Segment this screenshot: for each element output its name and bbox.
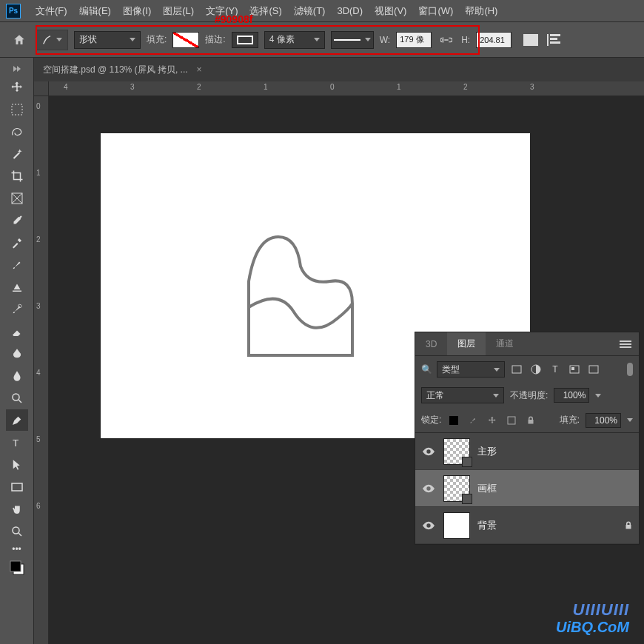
chevron-down-icon[interactable] — [627, 418, 633, 422]
svg-text:T: T — [13, 437, 19, 448]
stroke-style-select[interactable] — [331, 31, 374, 49]
layer-thumbnail[interactable] — [443, 512, 470, 539]
vertical-ruler[interactable]: 0 1 2 3 4 5 6 — [34, 96, 49, 644]
zoom-tool[interactable] — [6, 520, 28, 542]
frame-tool[interactable] — [6, 187, 28, 209]
filter-pixel-icon[interactable] — [509, 363, 524, 376]
lock-label: 锁定: — [421, 414, 441, 426]
path-selection-tool[interactable] — [6, 454, 28, 475]
stroke-swatch[interactable] — [232, 32, 258, 48]
tab-channels[interactable]: 通道 — [486, 332, 524, 355]
layer-name[interactable]: 背景 — [477, 519, 497, 532]
tab-layers[interactable]: 图层 — [447, 332, 486, 355]
rectangle-tool[interactable] — [6, 476, 28, 497]
filter-smart-icon[interactable] — [586, 363, 601, 376]
document-tab[interactable]: 空间搭建.psd @ 113% (屏风 拷贝, ... × — [43, 64, 202, 76]
foreground-background-swatch[interactable] — [6, 557, 28, 578]
dodge-tool[interactable] — [6, 387, 28, 409]
hand-tool[interactable] — [6, 498, 28, 520]
menu-select[interactable]: 选择(S) — [244, 4, 287, 18]
filter-toggle[interactable] — [627, 363, 633, 376]
menu-image[interactable]: 图像(I) — [117, 4, 157, 18]
blur-tool[interactable] — [6, 365, 28, 386]
opacity-input[interactable]: 100% — [554, 388, 589, 403]
home-icon[interactable] — [9, 30, 30, 50]
fill-label: 填充: — [147, 33, 167, 46]
brush-tool[interactable] — [6, 254, 28, 275]
move-tool[interactable] — [6, 76, 28, 98]
tools-panel: T ••• — [0, 58, 34, 644]
lock-all-icon[interactable] — [524, 414, 537, 427]
lock-pixels-icon[interactable] — [466, 414, 480, 427]
chevron-down-icon[interactable] — [595, 394, 601, 398]
svg-rect-12 — [10, 561, 21, 571]
pen-tool[interactable] — [6, 409, 28, 431]
lock-artboard-icon[interactable] — [505, 414, 518, 427]
fill-opacity-input[interactable]: 100% — [586, 413, 621, 428]
stroke-width-input[interactable]: 4 像素 — [264, 31, 325, 49]
layer-name[interactable]: 主形 — [477, 445, 497, 458]
type-tool[interactable]: T — [6, 432, 28, 453]
horizontal-ruler[interactable]: 4 3 2 1 0 1 2 3 — [49, 81, 644, 96]
layer-row[interactable]: 画框 — [415, 470, 639, 507]
gradient-tool[interactable] — [6, 343, 28, 364]
layer-row[interactable]: 背景 — [415, 507, 639, 544]
layer-filter-select[interactable]: 类型 — [437, 361, 505, 378]
blend-mode-select[interactable]: 正常 — [421, 387, 504, 403]
history-brush-tool[interactable] — [6, 298, 28, 320]
height-label: H: — [461, 35, 470, 45]
clone-stamp-tool[interactable] — [6, 276, 28, 298]
menu-3d[interactable]: 3D(D) — [331, 5, 369, 16]
crop-tool[interactable] — [6, 165, 28, 187]
menu-file[interactable]: 文件(F) — [30, 4, 73, 18]
healing-brush-tool[interactable] — [6, 232, 28, 253]
layer-row[interactable]: 主形 — [415, 433, 639, 470]
visibility-icon[interactable] — [421, 447, 436, 456]
layer-thumbnail[interactable] — [443, 475, 470, 502]
menu-window[interactable]: 窗口(W) — [412, 4, 459, 18]
close-icon[interactable]: × — [197, 64, 202, 75]
lock-position-icon[interactable] — [486, 414, 499, 427]
edit-toolbar-icon[interactable]: ••• — [6, 543, 28, 556]
filter-shape-icon[interactable] — [567, 363, 582, 376]
fill-swatch[interactable] — [172, 32, 199, 48]
chevron-down-icon — [56, 38, 62, 41]
magic-wand-tool[interactable] — [6, 143, 28, 164]
width-input[interactable] — [396, 32, 432, 48]
document-tab-title: 空间搭建.psd @ 113% (屏风 拷贝, ... — [43, 64, 188, 76]
chevron-down-icon — [493, 394, 499, 398]
lock-transparency-icon[interactable] — [447, 414, 460, 427]
lasso-tool[interactable] — [6, 121, 28, 142]
collapse-icon[interactable] — [7, 62, 27, 76]
path-op-icon[interactable] — [523, 34, 538, 46]
eraser-tool[interactable] — [6, 321, 28, 342]
visibility-icon[interactable] — [421, 521, 436, 530]
align-icon[interactable] — [547, 34, 562, 46]
eyedropper-tool[interactable] — [6, 209, 28, 231]
fill-opacity-label: 填充: — [560, 414, 580, 426]
chevron-down-icon — [314, 38, 320, 41]
menu-edit[interactable]: 编辑(E) — [73, 4, 117, 18]
link-dimensions-icon[interactable] — [437, 31, 455, 49]
tool-mode-select[interactable]: 形状 — [74, 31, 141, 49]
menu-type[interactable]: 文字(Y) — [200, 4, 244, 18]
lock-icon — [624, 520, 633, 531]
layer-list: 主形 画框 背景 — [415, 433, 639, 544]
filter-adjust-icon[interactable] — [529, 363, 543, 376]
filter-type-icon[interactable]: T — [548, 363, 563, 376]
app-logo: Ps — [6, 4, 21, 19]
svg-rect-16 — [512, 366, 521, 373]
menu-view[interactable]: 视图(V) — [369, 4, 412, 18]
marquee-tool[interactable] — [6, 98, 28, 120]
tool-preset-picker[interactable] — [36, 30, 68, 50]
panel-menu-icon[interactable] — [612, 332, 639, 355]
svg-point-5 — [13, 394, 19, 400]
visibility-icon[interactable] — [421, 484, 436, 493]
layer-thumbnail[interactable] — [443, 438, 470, 465]
tab-3d[interactable]: 3D — [415, 332, 447, 355]
menu-filter[interactable]: 滤镜(T) — [288, 4, 332, 18]
height-input[interactable] — [476, 32, 511, 48]
menu-layer[interactable]: 图层(L) — [157, 4, 200, 18]
menu-help[interactable]: 帮助(H) — [459, 4, 503, 18]
layer-name[interactable]: 画框 — [477, 482, 497, 495]
